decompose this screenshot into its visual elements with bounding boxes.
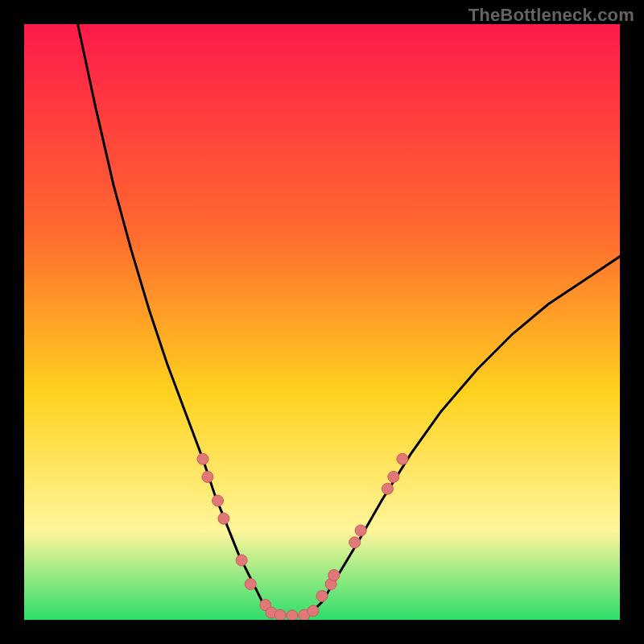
data-marker bbox=[197, 453, 208, 464]
marker-layer bbox=[24, 24, 620, 620]
watermark-text: TheBottleneck.com bbox=[469, 5, 634, 26]
data-marker bbox=[349, 537, 361, 548]
data-marker bbox=[275, 609, 286, 620]
data-marker bbox=[388, 471, 399, 482]
data-marker bbox=[213, 495, 224, 506]
data-marker bbox=[245, 579, 256, 590]
data-marker bbox=[397, 453, 408, 464]
data-marker bbox=[382, 483, 393, 494]
data-marker bbox=[308, 605, 319, 617]
data-marker bbox=[355, 525, 366, 536]
data-marker bbox=[236, 555, 247, 566]
data-marker bbox=[328, 570, 340, 581]
data-marker bbox=[316, 590, 328, 601]
plot-area bbox=[24, 24, 620, 620]
data-marker bbox=[202, 471, 213, 482]
data-marker bbox=[218, 513, 229, 524]
data-marker bbox=[287, 610, 298, 620]
chart-frame: TheBottleneck.com bbox=[0, 0, 644, 644]
